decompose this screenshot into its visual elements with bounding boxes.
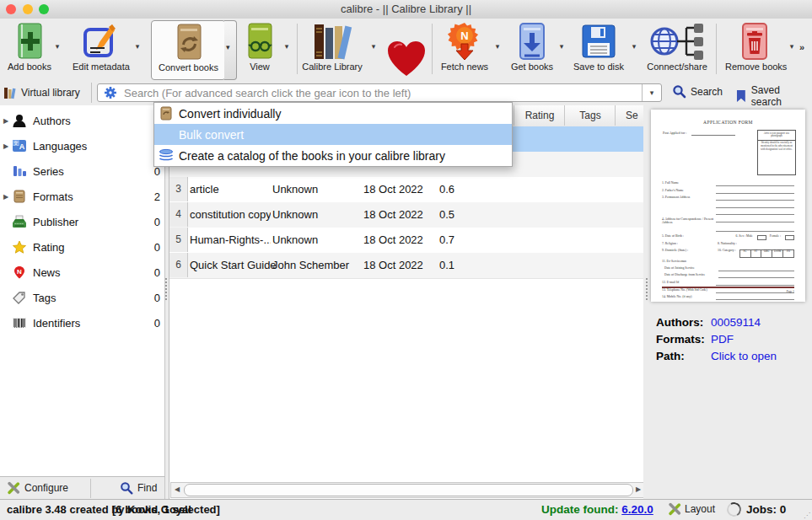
column-header-tags[interactable]: Tags xyxy=(564,105,616,126)
book-row[interactable]: 6 Quick Start Guide John Schember 18 Oct… xyxy=(169,253,644,279)
path-link[interactable]: Click to open xyxy=(711,350,777,362)
row-number: 5 xyxy=(169,228,188,252)
book-row[interactable]: 3 article Unknown 18 Oct 2022 0.6 xyxy=(169,177,644,203)
details-authors-row: Authors: 00059114 xyxy=(656,316,761,329)
sidebar-item-series[interactable]: Series 0 xyxy=(0,158,164,184)
selection-count-text: [6 books, 1 selected] xyxy=(112,503,220,516)
scroll-left-arrow-icon[interactable]: ◀ xyxy=(171,484,183,495)
connect-share-label: Connect/share xyxy=(646,62,708,72)
cover-form-fields: 1. Full Name 2. Father's Name 3. Permane… xyxy=(662,182,794,303)
toolbar-separator xyxy=(297,24,298,74)
menu-item-convert-individually[interactable]: Convert individually xyxy=(154,103,512,124)
saved-search-button[interactable]: Saved search xyxy=(735,84,812,108)
sidebar-item-formats[interactable]: ▶ Formats 2 xyxy=(0,184,164,209)
expand-arrow-icon[interactable]: ▶ xyxy=(0,193,12,201)
column-header-rating[interactable]: Rating xyxy=(514,105,565,126)
remove-books-button[interactable]: Remove books xyxy=(725,20,784,79)
calibre-library-dropdown-arrow-icon[interactable]: ▾ xyxy=(368,42,379,51)
scrollbar-thumb[interactable] xyxy=(184,484,633,496)
sidebar-footer: Configure Find xyxy=(0,476,165,500)
calibre-window: { "window": { "title": "calibre - || Cal… xyxy=(0,0,812,520)
menu-item-bulk-convert[interactable]: Bulk convert xyxy=(154,124,512,145)
expand-arrow-icon[interactable]: ▶ xyxy=(0,142,12,150)
save-to-disk-dropdown-arrow-icon[interactable]: ▾ xyxy=(629,42,639,51)
get-books-button[interactable]: Get books xyxy=(508,20,557,79)
remove-books-dropdown-arrow-icon[interactable]: ▾ xyxy=(787,42,797,51)
configure-label: Configure xyxy=(24,482,68,494)
toolbar-separator xyxy=(716,24,717,74)
donate-button[interactable] xyxy=(386,40,427,80)
details-splitter-handle[interactable] xyxy=(646,278,648,300)
save-to-disk-button[interactable]: Save to disk xyxy=(572,20,626,79)
convert-books-button[interactable]: Convert books xyxy=(151,20,226,80)
connect-share-icon xyxy=(648,22,707,61)
sidebar-item-rating[interactable]: Rating 0 xyxy=(0,234,164,260)
sidebar-item-count: 0 xyxy=(142,292,164,304)
formats-link[interactable]: PDF xyxy=(711,333,734,346)
view-dropdown-arrow-icon[interactable]: ▾ xyxy=(282,42,292,51)
view-button[interactable]: View xyxy=(239,20,280,79)
fetch-news-dropdown-arrow-icon[interactable]: ▾ xyxy=(492,42,503,51)
horizontal-scrollbar[interactable]: ◀ ▶ xyxy=(170,482,645,498)
separator xyxy=(90,479,91,498)
edit-metadata-dropdown-arrow-icon[interactable]: ▾ xyxy=(132,42,143,51)
svg-text:文: 文 xyxy=(13,140,19,146)
advanced-search-gear-icon[interactable] xyxy=(104,86,117,99)
update-version-link[interactable]: 6.20.0 xyxy=(621,503,653,516)
sidebar-item-count: 0 xyxy=(142,317,164,330)
edit-metadata-label: Edit metadata xyxy=(73,62,126,72)
configure-button[interactable]: Configure xyxy=(7,481,68,495)
add-books-button[interactable]: Add books xyxy=(5,20,54,79)
search-input[interactable] xyxy=(122,86,642,100)
book-row[interactable]: 5 Human-Rights-... Unknown 18 Oct 2022 0… xyxy=(169,228,644,254)
edit-metadata-button[interactable]: Edit metadata xyxy=(73,20,126,79)
photo-box-text: Identity should be carefully as mentione… xyxy=(758,141,795,153)
row-number: 3 xyxy=(169,177,188,201)
sidebar-item-publisher[interactable]: Publisher 0 xyxy=(0,209,164,234)
resize-grip-icon[interactable]: ⋰ xyxy=(804,512,810,519)
jobs-label: Jobs: 0 xyxy=(746,503,786,516)
sidebar-item-news[interactable]: N News 0 xyxy=(0,260,164,285)
sidebar-item-identifiers[interactable]: Identifiers 0 xyxy=(0,310,164,335)
connect-share-button[interactable]: Connect/share xyxy=(646,20,708,79)
search-history-dropdown[interactable]: ▾ xyxy=(642,84,661,101)
sidebar-item-label: Publisher xyxy=(33,216,142,228)
virtual-library-button[interactable]: Virtual library xyxy=(3,83,80,102)
get-books-dropdown-arrow-icon[interactable]: ▾ xyxy=(557,42,567,51)
fetch-news-icon: N xyxy=(446,22,483,61)
cell-title: constitution copy xyxy=(190,202,271,228)
svg-text:A: A xyxy=(19,142,25,151)
cell-size: 0.1 xyxy=(439,253,481,278)
jobs-button[interactable]: Jobs: 0 xyxy=(727,502,786,517)
sidebar-item-authors[interactable]: ▶ Authors xyxy=(0,108,164,133)
sidebar-item-tags[interactable]: Tags 0 xyxy=(0,285,164,310)
add-books-dropdown-arrow-icon[interactable]: ▾ xyxy=(52,42,62,51)
sidebar-splitter-handle[interactable] xyxy=(165,278,167,300)
tags-icon xyxy=(12,291,27,304)
book-row[interactable]: 4 constitution copy Unknown 18 Oct 2022 … xyxy=(169,202,644,228)
saved-search-label: Saved search xyxy=(751,84,812,108)
menu-item-create-catalog[interactable]: Create a catalog of the books in your ca… xyxy=(154,145,512,166)
fetch-news-button[interactable]: N Fetch news xyxy=(438,20,491,79)
find-button[interactable]: Find xyxy=(120,481,157,495)
toolbar-overflow-button[interactable]: » xyxy=(799,42,804,52)
virtual-library-icon xyxy=(3,86,17,99)
sidebar-item-languages[interactable]: ▶ A 文 Languages xyxy=(0,133,164,158)
virtual-library-label: Virtual library xyxy=(21,87,80,99)
update-notification: Update found: 6.20.0 xyxy=(541,503,653,516)
scroll-right-arrow-icon[interactable]: ▶ xyxy=(632,484,644,495)
view-icon xyxy=(241,22,278,61)
saved-search-bookmark-icon xyxy=(735,89,747,103)
menu-item-label: Bulk convert xyxy=(179,128,244,142)
book-cover-preview[interactable]: APPLICATION FORM Post Applied for : Affi… xyxy=(651,110,805,302)
convert-books-dropdown-arrow[interactable]: ▾ xyxy=(224,20,237,80)
expand-arrow-icon[interactable]: ▶ xyxy=(0,117,12,125)
calibre-library-button[interactable]: Calibre Library xyxy=(302,20,363,79)
search-bar[interactable]: ▾ xyxy=(97,83,662,102)
cell-author: Unknown xyxy=(272,202,362,228)
news-icon: N xyxy=(12,265,27,279)
layout-button[interactable]: Layout xyxy=(668,502,715,516)
authors-link[interactable]: 00059114 xyxy=(711,316,761,329)
search-button[interactable]: Search xyxy=(672,84,723,99)
sidebar-item-count: 2 xyxy=(142,190,164,203)
